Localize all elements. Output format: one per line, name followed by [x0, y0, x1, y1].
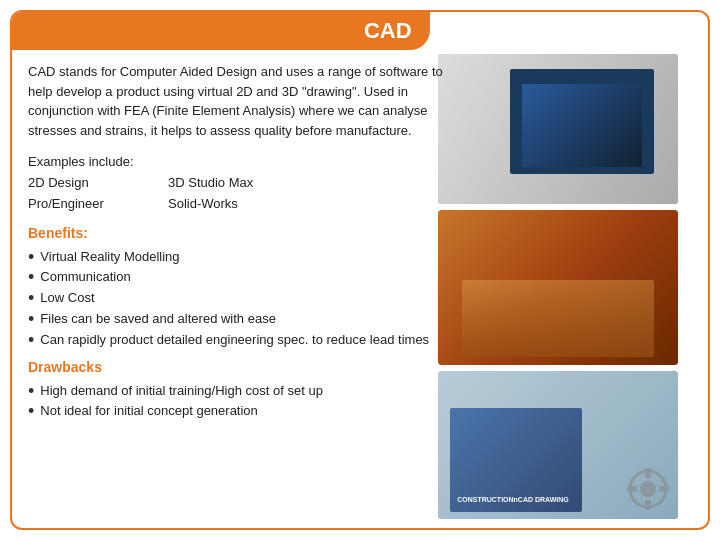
example-col2-row1: 3D Studio Max	[168, 173, 308, 194]
drawbacks-title: Drawbacks	[28, 359, 692, 375]
svg-rect-5	[659, 486, 669, 492]
slide-container: CAD CAD stands for Computer A	[10, 10, 710, 530]
list-item: • Not ideal for initial concept generati…	[28, 401, 692, 422]
svg-point-1	[640, 481, 656, 497]
examples-label: Examples include:	[28, 154, 692, 169]
benefit-item-1: Virtual Reality Modelling	[40, 247, 179, 268]
list-item: • Can rapidly product detailed engineeri…	[28, 330, 692, 351]
list-item: • High demand of initial training/High c…	[28, 381, 692, 402]
bullet-icon: •	[28, 268, 34, 286]
bullet-icon: •	[28, 382, 34, 400]
list-item: • Virtual Reality Modelling	[28, 247, 692, 268]
examples-grid: 2D Design 3D Studio Max Pro/Engineer Sol…	[28, 173, 692, 215]
examples-section: Examples include: 2D Design 3D Studio Ma…	[28, 154, 692, 215]
drawback-item-2: Not ideal for initial concept generation	[40, 401, 258, 422]
bullet-icon: •	[28, 310, 34, 328]
benefits-list: • Virtual Reality Modelling • Communicat…	[28, 247, 692, 351]
content-area: CAD stands for Computer Aided Design and…	[12, 12, 708, 440]
drawback-item-1: High demand of initial training/High cos…	[40, 381, 323, 402]
benefit-item-3: Low Cost	[40, 288, 94, 309]
benefit-item-4: Files can be saved and altered with ease	[40, 309, 276, 330]
example-col1-row2: Pro/Engineer	[28, 194, 168, 215]
list-item: • Files can be saved and altered with ea…	[28, 309, 692, 330]
benefit-item-2: Communication	[40, 267, 130, 288]
gear-icon	[623, 464, 673, 514]
drawbacks-section: Drawbacks • High demand of initial train…	[28, 359, 692, 423]
list-item: • Communication	[28, 267, 692, 288]
svg-rect-2	[645, 468, 651, 478]
bullet-icon: •	[28, 289, 34, 307]
benefit-item-5: Can rapidly product detailed engineering…	[40, 330, 429, 351]
benefits-section: Benefits: • Virtual Reality Modelling • …	[28, 225, 692, 351]
svg-rect-4	[627, 486, 637, 492]
intro-paragraph: CAD stands for Computer Aided Design and…	[28, 62, 448, 140]
benefits-title: Benefits:	[28, 225, 692, 241]
drawbacks-list: • High demand of initial training/High c…	[28, 381, 692, 423]
example-col1-row1: 2D Design	[28, 173, 168, 194]
list-item: • Low Cost	[28, 288, 692, 309]
bullet-icon: •	[28, 248, 34, 266]
example-col2-row2: Solid-Works	[168, 194, 308, 215]
bullet-icon: •	[28, 402, 34, 420]
bullet-icon: •	[28, 331, 34, 349]
svg-rect-3	[645, 500, 651, 510]
